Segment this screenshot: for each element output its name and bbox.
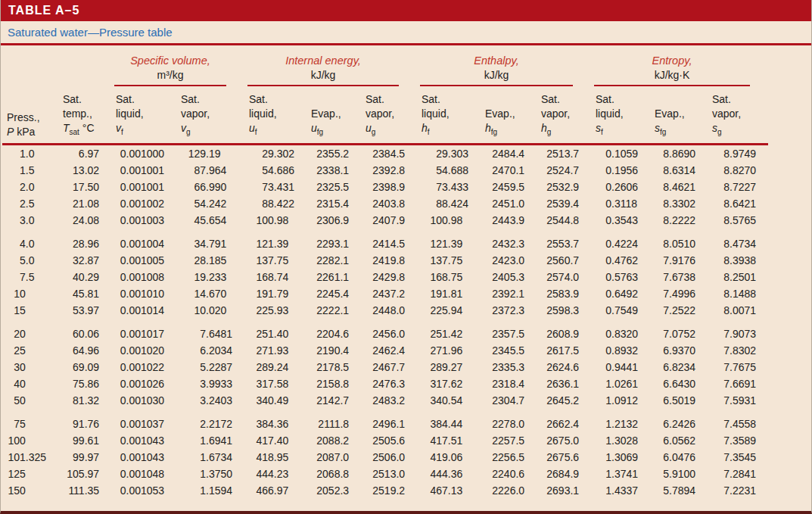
cell-integer-part: 2513 (372, 468, 396, 480)
cell-fraction-part: .81 (85, 285, 102, 302)
cell-fraction-part: .9749 (730, 145, 759, 162)
cell-fraction-part: .001008 (126, 269, 168, 285)
cell-integer-part: 317 (431, 378, 448, 390)
table-cell: 6.9370 (650, 342, 708, 359)
cell-fraction-part: .2501 (730, 269, 759, 285)
table-cell: 8.0510 (650, 235, 708, 252)
column-header-symbol: sf (596, 121, 650, 139)
cell-integer-part: 2335 (492, 361, 515, 373)
cell-fraction-part: .9441 (611, 359, 641, 375)
table-cell: 19.233 (176, 269, 244, 285)
cell-integer-part: 10 (194, 304, 207, 316)
symbol-base: h (541, 122, 547, 134)
cell-integer-part: 5 (663, 468, 669, 480)
table-cell: 444.23 (244, 466, 306, 482)
table-cell: 2467.7 (361, 359, 417, 375)
table-cell: 150 (2, 482, 58, 499)
cell-integer-part: 3 (200, 394, 206, 407)
cell-integer-part: 8 (663, 214, 669, 226)
cell-fraction-part: .020 (206, 302, 235, 319)
table-cell: 66.990 (176, 179, 244, 195)
cell-fraction-part: .2 (396, 285, 408, 302)
cell-fraction-part: .4 (340, 342, 352, 359)
symbol-subscript: fg (660, 128, 666, 136)
table-cell: 2519.2 (361, 482, 417, 499)
cell-fraction-part: .433 (448, 179, 471, 195)
column-header-line2: Evap., (311, 107, 361, 121)
cell-fraction-part: .8690 (669, 145, 698, 162)
cell-fraction-part: .185 (206, 252, 235, 269)
cell-fraction-part: .3938 (730, 252, 759, 269)
table-cell: 0.001037 (111, 416, 176, 432)
column-header-line1 (311, 92, 361, 107)
cell-fraction-part: .6421 (730, 195, 759, 212)
cell-fraction-part: .5 (570, 342, 582, 359)
cell-fraction-part: .4621 (669, 179, 698, 195)
table-cell: 54.242 (176, 195, 244, 212)
cell-integer-part: 3 (200, 378, 206, 390)
cell-fraction-part: .3545 (730, 449, 759, 466)
cell-fraction-part: .5 (340, 359, 352, 375)
cell-fraction-part: .3 (515, 269, 527, 285)
table-cell: 417.51 (417, 432, 481, 449)
table-cell: 2088.2 (306, 432, 361, 449)
table-cell: 125 (2, 466, 58, 482)
cell-fraction-part: .35 (85, 482, 102, 499)
cell-fraction-part: .39 (274, 235, 297, 252)
cell-fraction-part: .4996 (669, 285, 698, 302)
cell-integer-part: 87 (194, 164, 207, 176)
cell-fraction-part: .2172 (206, 416, 235, 432)
cell-integer-part: 8 (723, 238, 730, 250)
cell-integer-part: 2524 (546, 164, 570, 176)
cell-fraction-part: .0 (515, 252, 527, 269)
cell-fraction-part: .5931 (730, 392, 759, 409)
cell-integer-part: 8 (723, 181, 730, 193)
table-cell: 2.5 (2, 195, 58, 212)
table-cell: 1.3028 (591, 432, 650, 449)
table-cell: 7.8302 (708, 342, 768, 359)
cell-integer-part: 0 (605, 288, 611, 300)
table-cell: 2429.8 (361, 269, 417, 285)
cell-fraction-part: .3750 (206, 466, 235, 482)
table-cell: 10.020 (176, 302, 244, 319)
group-unit: kJ/kg (420, 68, 573, 83)
table-cell: 2190.4 (306, 342, 361, 359)
cell-integer-part: 121 (257, 238, 274, 250)
cell-integer-part: 2583 (546, 288, 570, 300)
table-cell: 2282.1 (306, 252, 361, 269)
cell-integer-part: 2462 (372, 344, 396, 357)
cell-integer-part: 2624 (546, 361, 570, 373)
cell-integer-part: 0 (605, 361, 611, 373)
cell-fraction-part: .6738 (669, 269, 698, 285)
cell-fraction-part: .61 (85, 432, 102, 449)
cell-fraction-part: .233 (206, 269, 235, 285)
cell-fraction-part: .3543 (611, 212, 641, 229)
table-cell: 8.4734 (708, 235, 768, 252)
cell-integer-part: 2052 (316, 484, 340, 497)
table-cell: 168.75 (417, 269, 481, 285)
cell-integer-part: 2315 (316, 198, 340, 210)
cell-fraction-part: .81 (448, 285, 471, 302)
cell-integer-part: 1 (200, 484, 206, 497)
cell-integer-part: 7 (723, 484, 730, 497)
cell-integer-part: 8 (723, 288, 730, 300)
table-cell: 0.001017 (111, 326, 176, 342)
group-header: Specific volume,m³/kg (111, 45, 244, 86)
symbol-subscript: fg (491, 128, 497, 136)
cell-fraction-part: .97 (85, 466, 102, 482)
cell-integer-part: 0 (120, 418, 126, 430)
table-cell: 2204.6 (306, 326, 361, 342)
table-cell: 0.001003 (111, 212, 176, 229)
cell-fraction-part: .001000 (126, 145, 168, 162)
cell-fraction-part: .5 (26, 162, 49, 179)
cell-integer-part: 2068 (316, 468, 340, 480)
cell-integer-part: 150 (8, 484, 26, 497)
table-cell: 2437.2 (361, 285, 417, 302)
column-header-symbol: vf (116, 121, 176, 139)
cell-fraction-part: .0 (26, 179, 49, 195)
cell-fraction-part: .431 (274, 179, 297, 195)
table-cell: 5.2287 (176, 359, 244, 375)
cell-fraction-part: .1 (396, 416, 408, 432)
cell-integer-part: 6 (663, 394, 669, 407)
cell-integer-part: 7 (723, 418, 730, 430)
